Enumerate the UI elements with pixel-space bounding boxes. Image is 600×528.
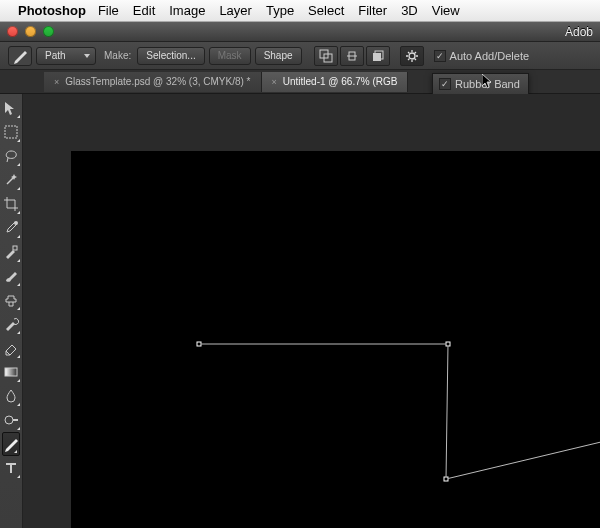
path-align-button[interactable] [340, 46, 364, 66]
svg-line-13 [408, 58, 410, 60]
svg-line-24 [446, 442, 600, 479]
gradient-tool[interactable] [0, 360, 22, 384]
tab-close-icon[interactable]: × [54, 77, 59, 87]
tools-panel [0, 94, 23, 528]
geometry-options-flyout: ✓ Rubber Band [432, 73, 529, 95]
menu-type[interactable]: Type [266, 3, 294, 18]
menu-layer[interactable]: Layer [219, 3, 252, 18]
cursor-icon [482, 74, 494, 90]
svg-rect-19 [5, 368, 17, 376]
make-selection-button[interactable]: Selection... [137, 47, 204, 65]
make-label: Make: [104, 50, 131, 61]
svg-line-16 [7, 177, 14, 184]
current-tool-indicator[interactable] [8, 46, 32, 66]
dodge-tool[interactable] [0, 408, 22, 432]
type-tool[interactable] [0, 456, 22, 480]
tab-label: GlassTemplate.psd @ 32% (3, CMYK/8) * [65, 76, 250, 87]
tab-close-icon[interactable]: × [272, 77, 277, 87]
auto-add-delete-label: Auto Add/Delete [450, 50, 530, 62]
menu-select[interactable]: Select [308, 3, 344, 18]
geometry-options-button[interactable] [400, 46, 424, 66]
window-minimize-button[interactable] [25, 26, 36, 37]
magic-wand-tool[interactable] [0, 168, 22, 192]
menu-edit[interactable]: Edit [133, 3, 155, 18]
make-mask-button[interactable]: Mask [209, 47, 251, 65]
window-close-button[interactable] [7, 26, 18, 37]
tool-mode-value: Path [45, 50, 66, 61]
svg-rect-4 [373, 53, 381, 61]
document-tab[interactable]: × Untitled-1 @ 66.7% (RGB [262, 72, 409, 92]
svg-line-12 [414, 58, 416, 60]
combine-shapes-icon [319, 49, 333, 63]
eraser-tool[interactable] [0, 336, 22, 360]
pen-tool-icon [12, 48, 28, 64]
path-anchor[interactable] [197, 342, 202, 347]
svg-line-11 [408, 52, 410, 54]
crop-tool[interactable] [0, 192, 22, 216]
align-icon [345, 49, 359, 63]
menu-3d[interactable]: 3D [401, 3, 418, 18]
auto-add-delete-checkbox[interactable]: ✓ [434, 50, 446, 62]
svg-line-23 [446, 344, 448, 479]
marquee-tool[interactable] [0, 120, 22, 144]
rubber-band-checkbox[interactable]: ✓ [439, 78, 451, 90]
canvas[interactable] [71, 151, 600, 528]
svg-point-17 [14, 221, 18, 225]
pen-tool[interactable] [2, 432, 20, 456]
clone-stamp-tool[interactable] [0, 288, 22, 312]
menu-filter[interactable]: Filter [358, 3, 387, 18]
lasso-tool[interactable] [0, 144, 22, 168]
path-operations-button[interactable] [314, 46, 338, 66]
path-anchor[interactable] [446, 342, 451, 347]
make-shape-button[interactable]: Shape [255, 47, 302, 65]
path-arrange-button[interactable] [366, 46, 390, 66]
menu-file[interactable]: File [98, 3, 119, 18]
svg-point-20 [5, 416, 13, 424]
move-tool[interactable] [0, 96, 22, 120]
svg-line-14 [414, 52, 416, 54]
menu-view[interactable]: View [432, 3, 460, 18]
window-title: Adob [565, 25, 593, 39]
healing-brush-tool[interactable] [0, 240, 22, 264]
gear-icon [405, 49, 419, 63]
app-name[interactable]: Photoshop [18, 3, 86, 18]
path-overlay [71, 151, 600, 528]
blur-tool[interactable] [0, 384, 22, 408]
document-tab[interactable]: × GlassTemplate.psd @ 32% (3, CMYK/8) * [44, 72, 262, 92]
arrange-icon [371, 49, 385, 63]
canvas-viewport[interactable] [23, 94, 600, 528]
brush-tool[interactable] [0, 264, 22, 288]
options-bar: Path Make: Selection... Mask Shape ✓ Aut… [0, 42, 600, 70]
menu-image[interactable]: Image [169, 3, 205, 18]
svg-rect-15 [5, 126, 17, 138]
tab-label: Untitled-1 @ 66.7% (RGB [283, 76, 398, 87]
window-titlebar: Adob [0, 22, 600, 42]
mac-menubar: Photoshop File Edit Image Layer Type Sel… [0, 0, 600, 22]
main-area [0, 94, 600, 528]
svg-rect-18 [13, 246, 17, 250]
eyedropper-tool[interactable] [0, 216, 22, 240]
tool-mode-select[interactable]: Path [36, 47, 96, 65]
history-brush-tool[interactable] [0, 312, 22, 336]
window-zoom-button[interactable] [43, 26, 54, 37]
path-anchor[interactable] [444, 477, 449, 482]
svg-point-6 [409, 53, 415, 59]
